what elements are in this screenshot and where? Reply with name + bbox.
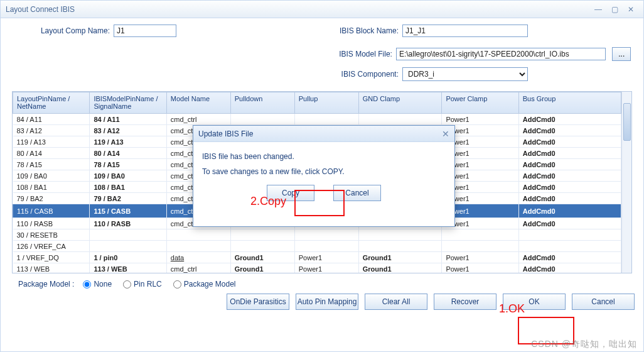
table-cell[interactable] — [294, 114, 358, 125]
table-cell[interactable]: AddCmd0 — [518, 148, 621, 159]
column-header[interactable]: IBISModelPinName / SignalName — [90, 92, 166, 114]
table-cell[interactable]: 109 / BA0 — [90, 170, 166, 182]
table-cell[interactable] — [442, 229, 518, 241]
table-row[interactable]: 1 / VREF_DQ1 / pin0dataGround1Power1Grou… — [13, 252, 621, 263]
table-cell[interactable] — [442, 241, 518, 252]
table-cell[interactable] — [518, 229, 621, 241]
table-cell[interactable] — [166, 241, 230, 252]
table-cell[interactable] — [518, 241, 621, 252]
autopin-button[interactable]: Auto Pin Mapping — [296, 294, 358, 310]
modal-close-icon[interactable]: ✕ — [442, 129, 449, 139]
table-cell[interactable]: 119 / A13 — [90, 136, 166, 148]
table-row[interactable]: 30 / RESETB — [13, 229, 621, 241]
table-cell[interactable]: Power1 — [294, 252, 358, 263]
column-header[interactable]: LayoutPinName / NetName — [13, 92, 90, 114]
table-cell[interactable]: Ground1 — [358, 263, 442, 273]
table-cell[interactable]: 78 / A15 — [13, 159, 90, 170]
table-cell[interactable] — [358, 229, 442, 241]
table-cell[interactable]: 126 / VREF_CA — [13, 241, 90, 252]
table-cell[interactable]: cmd_ctrl — [166, 114, 230, 125]
table-cell[interactable]: 110 / RASB — [13, 218, 90, 229]
table-cell[interactable]: 80 / A14 — [13, 148, 90, 159]
table-cell[interactable]: AddCmd0 — [518, 136, 621, 148]
table-cell[interactable]: 83 / A12 — [90, 125, 166, 136]
table-cell[interactable]: Power1 — [442, 263, 518, 273]
ibis-model-input[interactable] — [396, 48, 606, 60]
table-cell[interactable]: AddCmd0 — [518, 263, 621, 273]
table-cell[interactable]: AddCmd0 — [518, 170, 621, 182]
table-cell[interactable]: 119 / A13 — [13, 136, 90, 148]
table-cell[interactable]: 84 / A11 — [90, 114, 166, 125]
table-cell[interactable]: AddCmd0 — [518, 252, 621, 263]
pkg-opt-none[interactable]: None — [83, 280, 112, 289]
table-cell[interactable] — [90, 229, 166, 241]
column-header[interactable]: Bus Group — [518, 92, 621, 114]
column-header[interactable]: Power Clamp — [442, 92, 518, 114]
vertical-scrollbar[interactable] — [621, 92, 631, 273]
table-cell[interactable] — [230, 114, 294, 125]
table-cell[interactable]: AddCmd0 — [518, 182, 621, 193]
column-header[interactable]: Model Name — [166, 92, 230, 114]
minimize-icon[interactable]: — — [591, 4, 606, 15]
table-cell[interactable] — [358, 241, 442, 252]
pkg-opt-package[interactable]: Package Model — [173, 280, 236, 289]
table-cell[interactable]: AddCmd0 — [518, 159, 621, 170]
table-cell[interactable]: 110 / RASB — [90, 218, 166, 229]
table-cell[interactable]: 79 / BA2 — [90, 193, 166, 204]
scrollbar-thumb[interactable] — [623, 103, 631, 141]
table-cell[interactable]: AddCmd0 — [518, 114, 621, 125]
clearall-button[interactable]: Clear All — [365, 294, 427, 310]
table-row[interactable]: 126 / VREF_CA — [13, 241, 621, 252]
table-cell[interactable]: AddCmd0 — [518, 204, 621, 218]
ibis-block-label: IBIS Block Name: — [327, 26, 402, 35]
cancel-button[interactable]: Cancel — [572, 294, 635, 310]
maximize-icon[interactable]: ▢ — [607, 4, 622, 15]
table-cell[interactable]: 115 / CASB — [13, 204, 90, 218]
table-cell[interactable]: AddCmd0 — [518, 193, 621, 204]
table-cell[interactable] — [90, 241, 166, 252]
table-cell[interactable]: AddCmd0 — [518, 218, 621, 229]
ibis-block-input[interactable] — [402, 25, 528, 37]
table-cell[interactable]: 84 / A11 — [13, 114, 90, 125]
table-cell[interactable] — [294, 229, 358, 241]
table-cell[interactable]: Ground1 — [230, 263, 294, 273]
table-cell[interactable]: Ground1 — [230, 252, 294, 263]
table-cell[interactable] — [230, 241, 294, 252]
table-cell[interactable]: 113 / WEB — [13, 263, 90, 273]
close-icon[interactable]: ✕ — [623, 4, 638, 15]
table-cell[interactable]: 30 / RESETB — [13, 229, 90, 241]
table-cell[interactable]: data — [166, 252, 230, 263]
table-cell[interactable] — [230, 229, 294, 241]
table-cell[interactable]: Power1 — [294, 263, 358, 273]
table-cell[interactable]: 79 / BA2 — [13, 193, 90, 204]
table-cell[interactable]: Power1 — [442, 114, 518, 125]
table-cell[interactable]: 78 / A15 — [90, 159, 166, 170]
table-cell[interactable]: 109 / BA0 — [13, 170, 90, 182]
column-header[interactable]: Pulldown — [230, 92, 294, 114]
table-cell[interactable]: AddCmd0 — [518, 125, 621, 136]
browse-button[interactable]: ... — [612, 47, 631, 61]
pkg-opt-pinrlc[interactable]: Pin RLC — [123, 280, 162, 289]
table-cell[interactable] — [358, 114, 442, 125]
table-cell[interactable]: 108 / BA1 — [90, 182, 166, 193]
table-cell[interactable] — [294, 241, 358, 252]
table-row[interactable]: 84 / A1184 / A11cmd_ctrlPower1AddCmd0 — [13, 114, 621, 125]
column-header[interactable]: GND Clamp — [358, 92, 442, 114]
table-cell[interactable]: 113 / WEB — [90, 263, 166, 273]
column-header[interactable]: Pullup — [294, 92, 358, 114]
table-cell[interactable]: Power1 — [442, 252, 518, 263]
table-cell[interactable]: cmd_ctrl — [166, 263, 230, 273]
ibis-component-select[interactable]: DDR3_i — [402, 67, 528, 81]
table-cell[interactable]: 108 / BA1 — [13, 182, 90, 193]
table-row[interactable]: 113 / WEB113 / WEBcmd_ctrlGround1Power1G… — [13, 263, 621, 273]
table-cell[interactable]: Ground1 — [358, 252, 442, 263]
recover-button[interactable]: Recover — [434, 294, 496, 310]
table-cell[interactable] — [166, 229, 230, 241]
table-cell[interactable]: 1 / pin0 — [90, 252, 166, 263]
table-cell[interactable]: 1 / VREF_DQ — [13, 252, 90, 263]
table-cell[interactable]: 83 / A12 — [13, 125, 90, 136]
table-cell[interactable]: 115 / CASB — [90, 204, 166, 218]
table-cell[interactable]: 80 / A14 — [90, 148, 166, 159]
layout-comp-input[interactable] — [114, 25, 176, 37]
ondie-button[interactable]: OnDie Parasitics — [227, 294, 289, 310]
